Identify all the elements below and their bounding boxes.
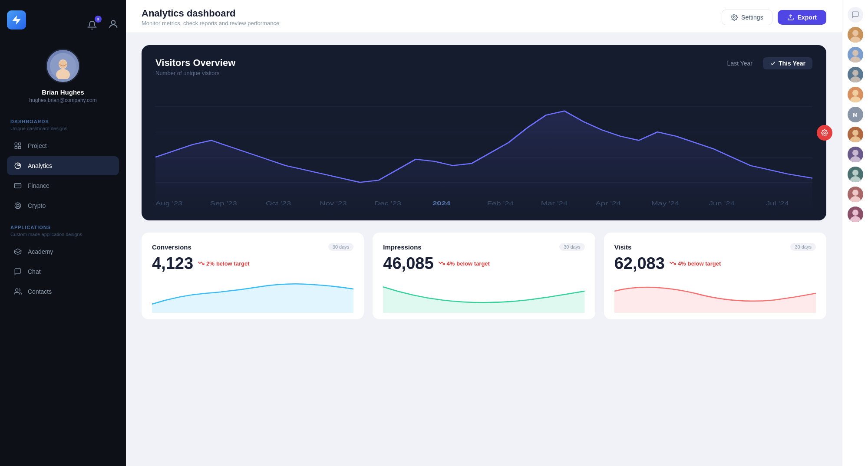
settings-button[interactable]: Settings [722, 10, 772, 25]
svg-point-54 [852, 190, 858, 196]
svg-rect-8 [19, 147, 21, 149]
stat-trend-visits: 4% below target [669, 260, 721, 267]
content-area: Visitors Overview Number of unique visit… [126, 33, 842, 466]
stat-value-visits: 62,083 4% below target [614, 254, 816, 273]
stat-label-conversions: Conversions [152, 243, 191, 251]
profile-email: hughes.brian@company.com [29, 97, 96, 103]
sidebar-item-chat[interactable]: Chat [7, 262, 119, 281]
sidebar-item-academy[interactable]: Academy [7, 242, 119, 261]
export-button[interactable]: Export [778, 10, 826, 25]
chat-panel-icon[interactable] [848, 7, 863, 23]
academy-icon [13, 247, 23, 256]
stat-value-impressions: 46,085 4% below target [383, 254, 584, 273]
svg-text:Oct '23: Oct '23 [266, 200, 291, 206]
svg-text:Jul '24: Jul '24 [766, 200, 789, 206]
svg-point-11 [15, 203, 21, 209]
main-content: Analytics dashboard Monitor metrics, che… [126, 0, 842, 466]
dashboards-section-sub: Unique dashboard designs [7, 126, 119, 131]
avatar-img [848, 147, 863, 162]
visitors-chart-card: Visitors Overview Number of unique visit… [142, 45, 826, 220]
sidebar-item-label: Academy [28, 248, 53, 255]
chart-title-area: Visitors Overview Number of unique visit… [155, 57, 235, 76]
sidebar-item-label: Analytics [28, 162, 52, 169]
trend-down-icon [198, 260, 205, 267]
rp-avatar-6[interactable] [848, 147, 863, 162]
svg-text:Feb '24: Feb '24 [487, 200, 514, 206]
stat-badge-conversions: 30 days [328, 243, 354, 251]
filter-last-year[interactable]: Last Year [720, 57, 759, 69]
sidebar-item-label: Chat [28, 268, 41, 275]
stat-chart-conversions [152, 278, 353, 319]
trend-down-icon [669, 260, 676, 267]
svg-point-4 [59, 60, 67, 68]
right-panel: M [842, 0, 868, 466]
stat-chart-impressions [383, 278, 584, 319]
svg-rect-5 [15, 143, 17, 145]
sidebar-item-finance[interactable]: Finance [7, 176, 119, 195]
header-text: Analytics dashboard Monitor metrics, che… [142, 8, 279, 26]
rp-avatar-7[interactable] [848, 167, 863, 182]
svg-point-51 [852, 170, 858, 176]
stats-row: Conversions 30 days 4,123 2% below targe… [142, 233, 826, 319]
stat-chart-visits [614, 278, 816, 319]
avatar-img [848, 207, 863, 222]
stat-value-conversions: 4,123 2% below target [152, 254, 353, 273]
rp-avatar-5[interactable] [848, 127, 863, 142]
bell-icon [87, 20, 97, 30]
sidebar-item-label: Finance [28, 182, 50, 189]
rp-avatar-m[interactable]: M [848, 107, 863, 122]
trend-down-icon [438, 260, 445, 267]
rp-avatar-2[interactable] [848, 47, 863, 62]
sidebar-item-analytics[interactable]: Analytics [7, 156, 119, 175]
svg-point-39 [852, 70, 858, 76]
rp-avatar-3[interactable] [848, 67, 863, 82]
avatar-img [848, 67, 863, 82]
profile-name: Brian Hughes [42, 89, 84, 96]
rp-avatar-9[interactable] [848, 207, 863, 222]
sidebar-item-label: Project [28, 142, 47, 149]
sidebar-item-contacts[interactable]: Contacts [7, 282, 119, 301]
profile-icon-button[interactable] [108, 19, 119, 32]
stat-header-visits: Visits 30 days [614, 243, 816, 251]
contacts-icon [13, 287, 23, 296]
sidebar: 3 Brian Hughes hughes.brian@company.com … [0, 0, 126, 466]
settings-icon [731, 14, 738, 21]
avatar-img [848, 27, 863, 43]
filter-this-year[interactable]: This Year [763, 57, 812, 69]
svg-rect-7 [15, 147, 17, 149]
logo[interactable] [7, 10, 26, 30]
avatar-img [848, 187, 863, 202]
gear-icon [821, 129, 828, 136]
sidebar-item-project[interactable]: Project [7, 136, 119, 155]
grid-icon [13, 141, 23, 151]
export-label: Export [798, 14, 817, 21]
rp-avatar-1[interactable] [848, 27, 863, 43]
chart-subtitle: Number of unique visitors [155, 70, 235, 76]
notification-badge: 3 [95, 16, 102, 23]
svg-text:Dec '23: Dec '23 [374, 200, 402, 206]
applications-section-sub: Custom made application designs [7, 232, 119, 237]
svg-point-45 [852, 130, 858, 136]
chart-gear-fab[interactable] [817, 125, 832, 141]
sidebar-item-label: Crypto [28, 202, 46, 209]
logo-icon [11, 14, 22, 26]
stat-badge-impressions: 30 days [559, 243, 585, 251]
svg-rect-6 [19, 143, 21, 145]
svg-text:Aug '23: Aug '23 [155, 200, 183, 206]
user-circle-icon [108, 19, 119, 30]
svg-point-12 [16, 289, 18, 291]
sidebar-item-crypto[interactable]: Crypto [7, 196, 119, 215]
svg-text:May '24: May '24 [651, 200, 680, 206]
stat-header-impressions: Impressions 30 days [383, 243, 584, 251]
rp-avatar-4[interactable] [848, 87, 863, 102]
avatar-img [848, 127, 863, 142]
notification-button[interactable]: 3 [83, 16, 101, 34]
chart-header: Visitors Overview Number of unique visit… [155, 57, 812, 76]
svg-text:Nov '23: Nov '23 [320, 200, 347, 206]
rp-avatar-8[interactable] [848, 187, 863, 202]
svg-point-48 [852, 150, 858, 156]
svg-point-13 [733, 16, 735, 18]
stat-card-impressions: Impressions 30 days 46,085 4% below targ… [373, 233, 595, 319]
stat-badge-visits: 30 days [790, 243, 816, 251]
page-title: Analytics dashboard [142, 8, 279, 19]
